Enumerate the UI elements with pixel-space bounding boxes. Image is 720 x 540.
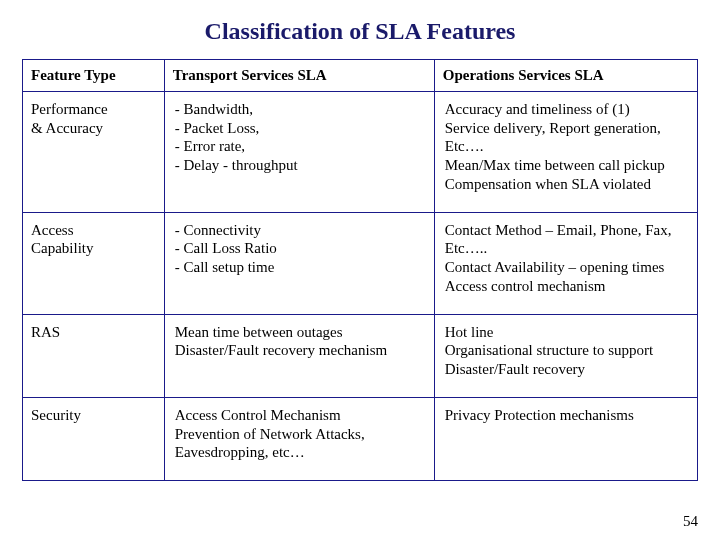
slide: Classification of SLA Features Feature T… [0, 0, 720, 481]
cell-transport: Access Control Mechanism Prevention of N… [164, 397, 434, 480]
header-feature-type: Feature Type [23, 60, 165, 92]
slide-title: Classification of SLA Features [22, 18, 698, 45]
cell-feature: Performance & Accuracy [23, 91, 165, 212]
cell-operations: Privacy Protection mechanisms [434, 397, 697, 480]
cell-operations: Contact Method – Email, Phone, Fax, Etc…… [434, 212, 697, 314]
cell-transport: - Connectivity - Call Loss Ratio - Call … [164, 212, 434, 314]
cell-operations: Hot line Organisational structure to sup… [434, 314, 697, 397]
cell-feature: Security [23, 397, 165, 480]
page-number: 54 [683, 513, 698, 530]
header-operations: Operations Services SLA [434, 60, 697, 92]
header-transport: Transport Services SLA [164, 60, 434, 92]
cell-feature: RAS [23, 314, 165, 397]
table-row: Performance & Accuracy - Bandwidth, - Pa… [23, 91, 698, 212]
cell-transport: - Bandwidth, - Packet Loss, - Error rate… [164, 91, 434, 212]
cell-transport: Mean time between outages Disaster/Fault… [164, 314, 434, 397]
table-row: Security Access Control Mechanism Preven… [23, 397, 698, 480]
table-header-row: Feature Type Transport Services SLA Oper… [23, 60, 698, 92]
cell-operations: Accuracy and timeliness of (1) Service d… [434, 91, 697, 212]
table-row: RAS Mean time between outages Disaster/F… [23, 314, 698, 397]
cell-feature: Access Capability [23, 212, 165, 314]
sla-table: Feature Type Transport Services SLA Oper… [22, 59, 698, 481]
table-row: Access Capability - Connectivity - Call … [23, 212, 698, 314]
